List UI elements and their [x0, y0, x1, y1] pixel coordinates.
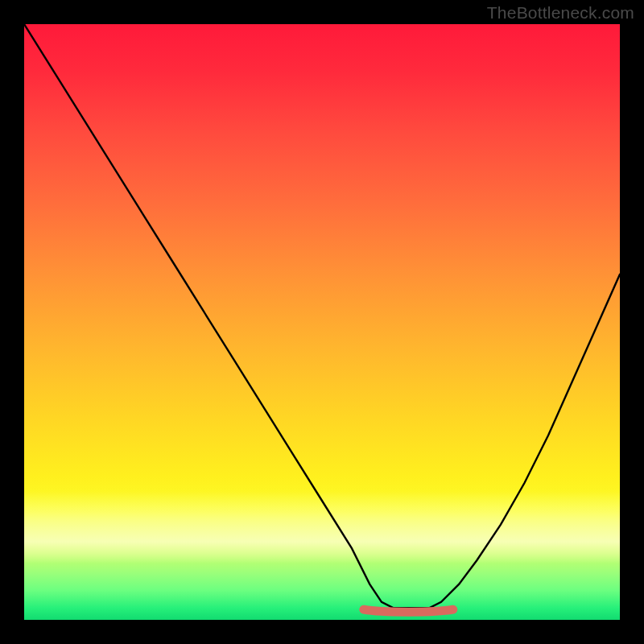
watermark-text: TheBottleneck.com — [487, 3, 634, 23]
green-zone-marker — [364, 609, 453, 612]
chart-frame: TheBottleneck.com — [0, 0, 644, 644]
plot-area — [24, 24, 620, 620]
bottleneck-curve — [24, 24, 620, 608]
curve-layer — [24, 24, 620, 620]
